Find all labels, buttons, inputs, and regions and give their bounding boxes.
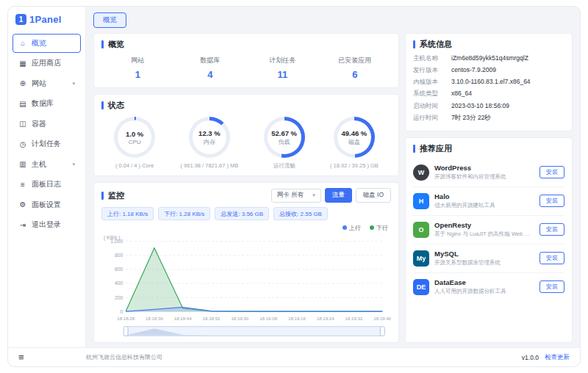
stat-websites[interactable]: 网站 1 bbox=[101, 56, 174, 80]
logo-icon: 1 bbox=[15, 14, 26, 25]
sidebar-item-label: 计划任务 bbox=[32, 139, 61, 149]
svg-text:18:18:28: 18:18:28 bbox=[117, 316, 135, 321]
gauge-cpu: 1.0 % CPU ( 0.04 / 4 ) Core bbox=[114, 117, 155, 170]
logo: 1 1Panel bbox=[12, 12, 81, 32]
legend-item-up[interactable]: 上行 bbox=[343, 224, 361, 232]
gauge-label: 内存 bbox=[204, 138, 215, 146]
status-card: 状态 1.0 % CPU ( 0.04 / 4 ) bbox=[93, 94, 399, 176]
gauge-label: 磁盘 bbox=[348, 138, 360, 146]
traffic-tab-button[interactable]: 流量 bbox=[325, 188, 352, 203]
svg-text:18:18:52: 18:18:52 bbox=[203, 316, 220, 321]
svg-text:18:19:24: 18:19:24 bbox=[317, 316, 334, 321]
sidebar-item-overview[interactable]: ⌂ 概览 bbox=[12, 34, 81, 53]
stat-value: 4 bbox=[174, 69, 247, 80]
sidebar-item-label: 网站 bbox=[32, 79, 46, 89]
stat-label: 网站 bbox=[101, 56, 174, 65]
system-row-label: 启动时间 bbox=[413, 102, 451, 110]
svg-text:200: 200 bbox=[115, 295, 123, 300]
sidebar-item-container[interactable]: ◫ 容器 bbox=[12, 115, 81, 134]
system-row-uptime: 运行时间 7时 23分 22秒 bbox=[413, 114, 564, 122]
install-button[interactable]: 安装 bbox=[539, 223, 564, 236]
main-content: 概览 概览 网站 1 数据库 bbox=[86, 7, 580, 347]
check-update-link[interactable]: 检查更新 bbox=[545, 353, 570, 362]
svg-text:18:19:08: 18:19:08 bbox=[259, 316, 277, 321]
tab-overview[interactable]: 概览 bbox=[93, 12, 126, 28]
chart-legend: 上行 下行 bbox=[101, 224, 388, 232]
home-icon: ⌂ bbox=[18, 39, 27, 47]
system-row-label: 内核版本 bbox=[413, 78, 451, 86]
install-button[interactable]: 安装 bbox=[539, 166, 564, 178]
company-name: 杭州飞致云信息科技有限公司 bbox=[86, 353, 162, 361]
svg-text:400: 400 bbox=[115, 280, 123, 286]
app-desc: 开源博客软件和内容管理系统 bbox=[434, 173, 534, 181]
badge-downstream: 下行: 1.28 KB/s bbox=[158, 207, 210, 220]
nic-select[interactable]: 网卡 所有 ▾ bbox=[271, 189, 321, 203]
svg-text:18:19:16: 18:19:16 bbox=[288, 316, 306, 321]
brush-handle-left[interactable] bbox=[123, 327, 128, 336]
stat-value: 6 bbox=[319, 69, 392, 80]
monitor-chart: ( KB/s )02004006008001,00018:18:2818:18:… bbox=[101, 233, 391, 337]
install-button[interactable]: 安装 bbox=[539, 252, 564, 264]
sidebar-item-logout[interactable]: ⇥ 退出登录 bbox=[12, 215, 81, 234]
sidebar-item-appstore[interactable]: ▦ 应用商店 bbox=[12, 54, 81, 73]
legend-item-down[interactable]: 下行 bbox=[370, 224, 388, 232]
system-row-value: 3.10.0-1160.83.1.el7.x86_64 bbox=[451, 78, 531, 86]
clock-icon: ◷ bbox=[18, 140, 27, 148]
system-row-label: 发行版本 bbox=[413, 66, 451, 74]
app-row-halo: H Halo 强大易用的开源建站工具 安装 bbox=[413, 187, 564, 216]
mysql-icon: My bbox=[413, 250, 429, 267]
stat-label: 计划任务 bbox=[246, 56, 319, 65]
app-name: DataEase bbox=[434, 278, 534, 286]
gauge-sub: ( 0.04 / 4 ) Core bbox=[114, 162, 155, 169]
legend-dot-up bbox=[343, 225, 347, 230]
system-row-label: 系统类型 bbox=[413, 90, 451, 98]
collapse-sidebar-icon[interactable]: ≡ bbox=[18, 352, 86, 363]
system-row-boot-time: 启动时间 2023-03-10 18:56:09 bbox=[413, 102, 564, 110]
app-row-openresty: O OpenResty 基于 Nginx 与 LuaJIT 的高性能 Web 平… bbox=[413, 216, 564, 245]
sidebar-item-database[interactable]: ▤ 数据库 bbox=[12, 94, 81, 113]
database-icon: ▤ bbox=[18, 100, 27, 108]
stat-cronjobs[interactable]: 计划任务 11 bbox=[246, 56, 319, 80]
stat-installed-apps[interactable]: 已安装应用 6 bbox=[319, 56, 392, 80]
sidebar-item-panel-logs[interactable]: ≡ 面板日志 bbox=[12, 175, 81, 194]
stat-databases[interactable]: 数据库 4 bbox=[174, 56, 247, 80]
stat-label: 数据库 bbox=[174, 56, 247, 65]
sidebar-item-cronjob[interactable]: ◷ 计划任务 bbox=[12, 134, 81, 153]
sidebar-item-panel-settings[interactable]: ⚙ 面板设置 bbox=[12, 195, 81, 214]
app-row-wordpress: W WordPress 开源博客软件和内容管理系统 安装 bbox=[413, 159, 564, 187]
system-row-hostname: 主机名称 iZm6e8d59ykk51q4smrgqlZ bbox=[413, 54, 564, 62]
sidebar-item-host[interactable]: ▥ 主机 ▾ bbox=[12, 155, 81, 174]
sidebar-item-label: 数据库 bbox=[32, 98, 54, 109]
gauge-load: 52.67 % 负载 运行流畅 bbox=[264, 117, 305, 170]
disk-io-tab-button[interactable]: 磁盘 IO bbox=[356, 188, 391, 203]
svg-text:18:19:32: 18:19:32 bbox=[345, 316, 363, 321]
install-button[interactable]: 安装 bbox=[539, 195, 564, 207]
install-button[interactable]: 安装 bbox=[539, 280, 564, 293]
monitor-card: 监控 网卡 所有 ▾ 流量 磁盘 IO bbox=[93, 182, 399, 343]
recommended-apps-title: 推荐应用 bbox=[413, 143, 564, 154]
openresty-icon: O bbox=[413, 222, 429, 238]
gauge-sub: ( 18.92 / 39.25 ) GB bbox=[330, 162, 379, 169]
logout-icon: ⇥ bbox=[18, 221, 27, 229]
system-row-value: iZm6e8d59ykk51q4smrgqlZ bbox=[451, 54, 528, 62]
container-icon: ◫ bbox=[18, 120, 27, 128]
gauge-label: CPU bbox=[129, 139, 141, 145]
logs-icon: ≡ bbox=[18, 181, 27, 189]
system-row-label: 主机名称 bbox=[413, 54, 451, 62]
nic-select-value: 网卡 所有 bbox=[277, 191, 304, 200]
badge-upstream: 上行: 1.18 KB/s bbox=[101, 207, 154, 220]
app-desc: 开源关系型数据库管理系统 bbox=[434, 259, 534, 267]
chevron-down-icon: ▾ bbox=[312, 192, 315, 198]
brush-handle-right[interactable] bbox=[380, 327, 384, 336]
chevron-down-icon: ▾ bbox=[72, 81, 75, 87]
sidebar-item-website[interactable]: ⊕ 网站 ▾ bbox=[12, 74, 81, 93]
gauge-value: 12.3 % bbox=[198, 129, 220, 137]
system-row-kernel: 内核版本 3.10.0-1160.83.1.el7.x86_64 bbox=[413, 78, 564, 86]
footer: ≡ 杭州飞致云信息科技有限公司 v1.0.0 检查更新 bbox=[8, 347, 580, 366]
svg-text:18:18:36: 18:18:36 bbox=[146, 316, 163, 321]
svg-text:600: 600 bbox=[115, 267, 123, 272]
app-row-mysql: My MySQL 开源关系型数据库管理系统 安装 bbox=[413, 245, 564, 273]
sidebar-item-label: 主机 bbox=[32, 159, 46, 170]
recommended-apps-card: 推荐应用 W WordPress 开源博客软件和内容管理系统 安装 H bbox=[405, 137, 573, 343]
badge-total-received: 总接收: 2.55 GB bbox=[273, 207, 328, 220]
